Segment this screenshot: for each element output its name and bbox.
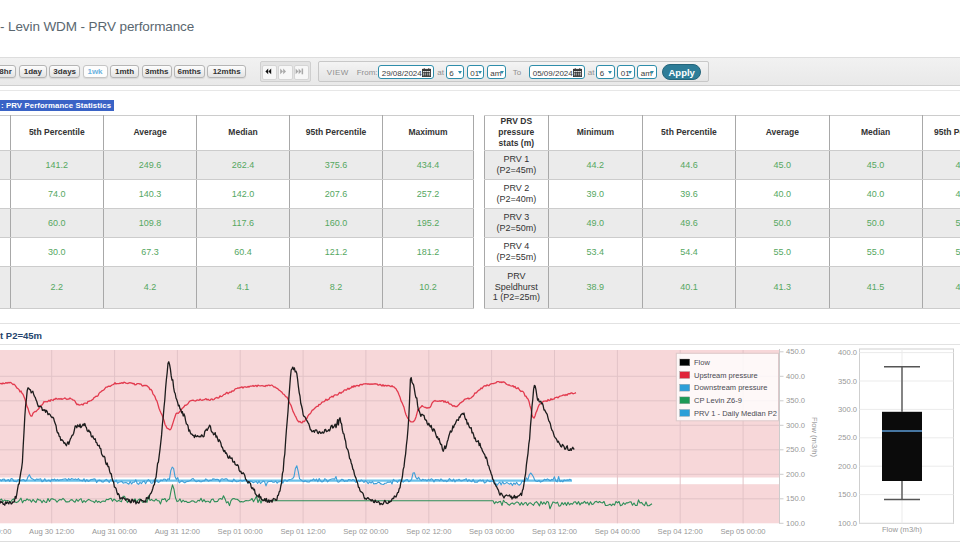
svg-text:200.0: 200.0 (786, 470, 805, 479)
svg-text:300.0: 300.0 (838, 405, 857, 414)
svg-text:200.0: 200.0 (838, 462, 857, 471)
svg-text:CP Levin Z6-9: CP Levin Z6-9 (694, 396, 742, 405)
svg-text:Aug 31 00:00: Aug 31 00:00 (92, 527, 137, 536)
svg-text:Sep 05 00:00: Sep 05 00:00 (720, 527, 765, 536)
svg-text:Flow (m3/h): Flow (m3/h) (810, 417, 819, 458)
svg-text:Sep 04 00:00: Sep 04 00:00 (595, 527, 640, 536)
svg-text:150.0: 150.0 (786, 494, 805, 503)
svg-text:400.0: 400.0 (838, 348, 857, 357)
svg-text:150.0: 150.0 (838, 490, 857, 499)
svg-text:Sep 03 00:00: Sep 03 00:00 (469, 527, 514, 536)
svg-text:250.0: 250.0 (786, 445, 805, 454)
svg-text:100.0: 100.0 (786, 519, 805, 528)
svg-text:Aug 30 00:00: Aug 30 00:00 (0, 527, 11, 536)
svg-text:Sep 04 12:00: Sep 04 12:00 (658, 527, 703, 536)
svg-text:350.0: 350.0 (838, 377, 857, 386)
svg-text:400.0: 400.0 (786, 372, 805, 381)
svg-text:Sep 03 12:00: Sep 03 12:00 (532, 527, 577, 536)
svg-text:250.0: 250.0 (838, 433, 857, 442)
svg-text:Sep 02 12:00: Sep 02 12:00 (406, 527, 451, 536)
svg-text:300.0: 300.0 (786, 421, 805, 430)
svg-text:Downstream pressure: Downstream pressure (694, 383, 767, 392)
svg-text:100.0: 100.0 (838, 519, 857, 528)
svg-text:Sep 01 12:00: Sep 01 12:00 (281, 527, 326, 536)
svg-text:350.0: 350.0 (786, 396, 805, 405)
svg-text:Flow: Flow (694, 358, 710, 367)
svg-text:Aug 30 12:00: Aug 30 12:00 (29, 527, 74, 536)
svg-text:Flow (m3/h): Flow (m3/h) (882, 525, 923, 534)
svg-text:PRV 1 - Daily Median P2: PRV 1 - Daily Median P2 (694, 409, 777, 418)
svg-text:Aug 31 12:00: Aug 31 12:00 (155, 527, 200, 536)
svg-text:Upstream pressure: Upstream pressure (694, 371, 758, 380)
svg-text:Sep 02 00:00: Sep 02 00:00 (343, 527, 388, 536)
svg-text:450.0: 450.0 (786, 347, 805, 356)
svg-text:Sep 01 00:00: Sep 01 00:00 (218, 527, 263, 536)
